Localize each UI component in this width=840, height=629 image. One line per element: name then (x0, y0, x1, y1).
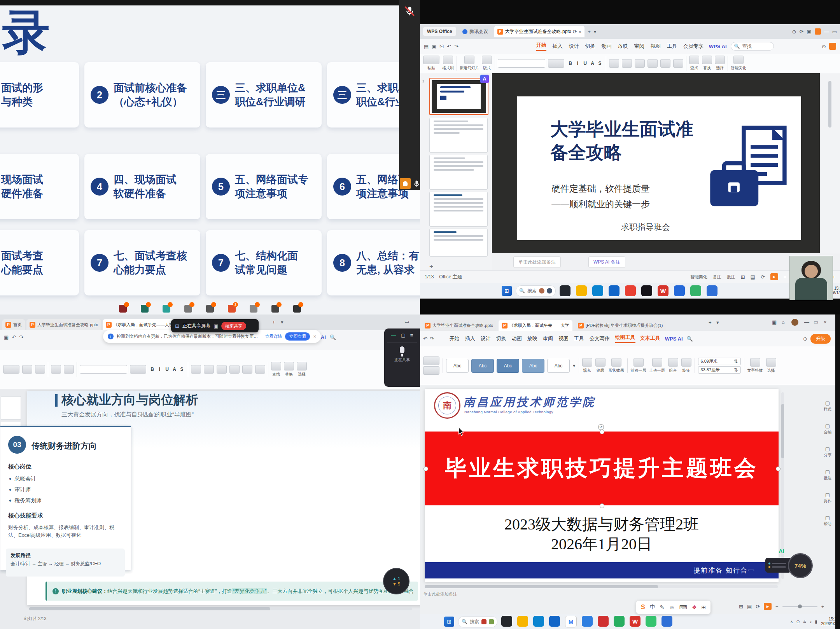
find-button[interactable]: 查找 (689, 56, 699, 71)
align-left-button[interactable] (217, 365, 227, 374)
new-tab-icon[interactable]: + (272, 319, 275, 325)
font-family-select[interactable] (498, 59, 545, 68)
wps-ai-assistant-icon[interactable]: A (480, 75, 489, 83)
taskbar-app-icon[interactable] (501, 616, 512, 627)
font-style-button[interactable]: I (574, 61, 581, 66)
document-tab[interactable]: P 大学毕业生面试准备全攻略.pptx (422, 320, 496, 331)
taskbar-app-icon[interactable] (163, 305, 170, 313)
share-control-icon[interactable] (400, 178, 411, 189)
font-style-button[interactable]: U (164, 367, 170, 372)
vip-icon[interactable] (815, 28, 821, 35)
menu-item[interactable]: 工具 (667, 43, 677, 50)
ime-tool-icon[interactable]: ⊞ (701, 604, 706, 610)
select-button[interactable]: 选择 (297, 362, 307, 377)
taskbar-app-icon[interactable] (598, 616, 609, 627)
home-icon[interactable]: ⌂ (782, 319, 785, 325)
menu-item[interactable]: 放映 (618, 43, 628, 50)
notification-action-button[interactable]: 立即查看 (285, 332, 310, 341)
horizontal-scrollbar[interactable] (425, 585, 778, 588)
rotate-button[interactable]: 旋转 (681, 358, 691, 373)
percentage-badge[interactable]: 74% (788, 553, 813, 578)
align-center-button[interactable] (648, 59, 658, 68)
meeting-menu-icon[interactable]: ≡ (410, 332, 413, 338)
numbered-list-button[interactable] (204, 365, 214, 374)
menu-item[interactable]: 切换 (496, 335, 506, 342)
horizontal-scrollbar[interactable] (29, 607, 412, 610)
paste-button[interactable] (3, 365, 19, 374)
comment-status-button[interactable]: 批注 (727, 274, 735, 280)
ribbon-search[interactable]: 🔍 (731, 42, 774, 51)
menu-item[interactable]: 工具 (574, 335, 584, 342)
mic-icon[interactable] (412, 179, 420, 190)
taskbar-app-icon[interactable] (674, 285, 685, 296)
zoom-slider[interactable] (782, 606, 817, 607)
ime-tool-icon[interactable]: ☺ (669, 604, 674, 610)
document-tab[interactable]: P 《求职入局，面试争先——大学 (499, 320, 572, 331)
slide-sorter-icon[interactable]: ▤ (751, 274, 755, 280)
undo-icon[interactable]: ↶ (423, 336, 427, 342)
taskbar-app-icon[interactable] (206, 305, 214, 313)
font-style-button[interactable]: A (589, 61, 596, 66)
menu-item[interactable]: 插入 (553, 43, 563, 50)
taskbar-app-icon[interactable]: 2 (228, 305, 236, 313)
zoom-in-icon[interactable]: + (821, 604, 824, 610)
more-presets-icon[interactable]: ▾ (573, 363, 576, 369)
notes-status-button[interactable]: 备注 (713, 274, 721, 280)
line-spacing-button[interactable] (660, 59, 670, 68)
layout-button[interactable] (64, 365, 74, 374)
upgrade-button[interactable]: 升级 (810, 334, 831, 344)
zoom-out-icon[interactable]: − (775, 604, 779, 610)
taskbar-search[interactable]: 🔍 搜索 (458, 616, 497, 627)
shape-height-field[interactable]: 6.09厘米⇅ (698, 358, 741, 365)
save-icon[interactable]: ▣ (4, 334, 9, 340)
close-icon[interactable]: × (824, 319, 827, 325)
minimize-icon[interactable]: — (824, 29, 829, 35)
apps-icon[interactable]: ▣ (807, 29, 811, 35)
bring-forward-button[interactable]: 前移一层 (631, 358, 646, 373)
resize-handle-top[interactable] (600, 430, 604, 434)
notification-link[interactable]: 查看详情 (265, 334, 282, 339)
text-tools-tab[interactable]: 文本工具 (640, 335, 660, 343)
photo-thumbnail[interactable] (1, 524, 21, 551)
rail-tool-button[interactable]: ▢帮助 (824, 515, 831, 527)
wps-ai-notes-tab[interactable]: WPS AI 备注 (588, 256, 625, 268)
font-style-button[interactable]: B (567, 61, 574, 66)
canvas-scrollbar-area[interactable] (820, 73, 840, 253)
slide-thumbnail[interactable] (429, 118, 488, 153)
menu-item[interactable]: 公文写作 (590, 335, 610, 342)
align-left-button[interactable] (635, 59, 645, 68)
slide-thumbnail[interactable] (1, 422, 21, 445)
menu-item[interactable]: 视图 (651, 43, 661, 50)
new-slide-button[interactable]: 新建幻灯片 (460, 56, 479, 71)
document-tab[interactable]: P 大学毕业生面试准备全攻略.pptx (26, 319, 101, 330)
undo-icon[interactable]: ↶ (12, 334, 16, 340)
taskbar-app-icon[interactable] (517, 616, 528, 627)
sync-icon[interactable]: ⊙ (803, 336, 807, 342)
text-direction-button[interactable] (673, 59, 683, 68)
taskbar-app-icon[interactable] (641, 285, 652, 296)
normal-view-icon[interactable]: ⊞ (739, 604, 743, 610)
rail-tool-button[interactable]: ▢协作 (824, 492, 831, 504)
taskbar-app-icon[interactable] (549, 616, 560, 627)
page-nav-widget[interactable]: ▲ 1 ▼ 5 (383, 568, 410, 594)
rail-tool-button[interactable]: ▢分享 (824, 446, 831, 458)
menu-item[interactable]: 设计 (569, 43, 579, 50)
tab-list-icon[interactable]: ▾ (281, 319, 284, 325)
move-up-button[interactable]: 上移一层 (649, 358, 665, 373)
share-button[interactable] (829, 43, 836, 50)
taskbar-app-icon[interactable] (609, 285, 620, 296)
menu-item[interactable]: 会员专享 (683, 43, 704, 50)
beautify-status-button[interactable]: 智能美化 (690, 274, 707, 280)
slide-sorter-icon[interactable]: ▤ (747, 604, 752, 610)
meeting-window-icon[interactable]: ▢ (401, 332, 406, 338)
save-icon[interactable]: ▣ (432, 44, 436, 49)
meeting-minimize-icon[interactable]: — (391, 332, 396, 338)
shape-style-preset[interactable]: Abc (446, 359, 469, 373)
settings-icon[interactable]: ⊙ (822, 44, 826, 49)
slide-thumbnail-active[interactable] (429, 78, 488, 115)
font-style-button[interactable]: S (597, 61, 603, 66)
maximize-icon[interactable]: ▭ (814, 319, 818, 325)
mic-muted-icon[interactable] (404, 5, 415, 17)
menu-item[interactable]: 插入 (465, 335, 475, 342)
taskbar-app-icon[interactable] (646, 616, 656, 627)
